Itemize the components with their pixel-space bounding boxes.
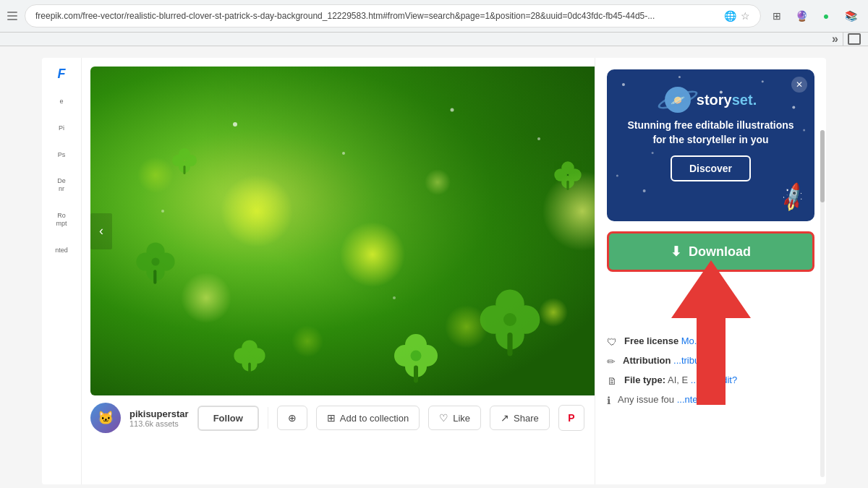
author-assets: 113.6k assets	[129, 419, 189, 428]
svg-point-9	[425, 169, 451, 195]
svg-point-3	[340, 222, 405, 287]
edit-icon: ✏	[607, 356, 616, 367]
svg-point-56	[451, 108, 454, 112]
svg-point-5	[181, 273, 231, 323]
layers-button[interactable]: ⊕	[277, 406, 307, 430]
sidebar-item-denr[interactable]: Denr	[45, 174, 78, 196]
prev-image-button[interactable]: ‹	[90, 213, 112, 249]
extension-icon-4[interactable]: 📚	[841, 6, 861, 26]
storyset-tagline: Stunning free editable illustrations for…	[618, 119, 803, 147]
svg-rect-43	[248, 363, 251, 374]
star-icon[interactable]: ☆	[741, 10, 750, 22]
svg-point-55	[342, 152, 345, 155]
toolbar2-arrow[interactable]: »	[832, 33, 838, 46]
pinterest-icon: P	[568, 412, 574, 424]
red-arrow-svg	[671, 260, 751, 405]
share-label: Share	[514, 413, 539, 424]
svg-point-69	[652, 152, 654, 154]
share-button[interactable]: ↗ Share	[490, 406, 550, 430]
info-icon: ℹ	[607, 395, 610, 406]
svg-point-37	[411, 351, 422, 361]
any-issue-label: Any issue fou	[618, 394, 674, 405]
svg-point-62	[678, 76, 681, 78]
extension-icon-2[interactable]: 🔮	[791, 6, 812, 26]
pinterest-button[interactable]: P	[558, 405, 584, 431]
svg-point-60	[393, 296, 396, 299]
svg-rect-16	[507, 333, 512, 356]
left-sidebar: F e Pi Ps Denr Rompt nted	[42, 58, 82, 484]
svg-point-64	[762, 80, 764, 82]
add-collection-label: Add to collection	[340, 413, 409, 424]
storyset-close-button[interactable]: ✕	[791, 77, 807, 93]
svg-point-26	[172, 155, 184, 166]
collection-icon: ⊞	[327, 412, 336, 424]
storyset-planet-icon: 🪐	[665, 87, 691, 113]
extension-icon-1[interactable]: ⊞	[767, 6, 787, 26]
main-area: ‹ ›	[82, 58, 595, 484]
author-info: pikisuperstar 113.6k assets	[129, 408, 189, 428]
svg-point-2	[221, 175, 293, 247]
svg-point-10	[292, 325, 323, 357]
storyset-logo-area: 🪐 storyset.	[665, 87, 757, 113]
svg-point-6	[445, 305, 488, 348]
new-tab-icon[interactable]	[848, 33, 861, 45]
extension-icon-3[interactable]: ●	[816, 6, 836, 26]
svg-rect-38	[414, 366, 418, 383]
svg-marker-70	[671, 260, 751, 405]
file-icon: 🗎	[607, 375, 617, 387]
layers-icon: ⊕	[288, 412, 297, 424]
svg-point-15	[503, 313, 516, 326]
sidebar-item-ps[interactable]: Ps	[45, 148, 78, 162]
sidebar-logo: F	[58, 67, 66, 82]
like-button[interactable]: ♡ Like	[428, 406, 481, 430]
svg-point-57	[537, 137, 540, 140]
page-content: F e Pi Ps Denr Rompt nted ‹ ›	[42, 58, 826, 484]
image-bottom-bar: 🐱 pikisuperstar 113.6k assets Follow ⊕	[90, 395, 586, 440]
author-avatar: 🐱	[90, 403, 121, 433]
svg-point-65	[792, 106, 795, 109]
right-panel: ✕ 🪐	[595, 58, 826, 484]
svg-point-58	[161, 210, 164, 213]
file-type-label: File type:	[624, 374, 665, 385]
add-to-collection-button[interactable]: ⊞ Add to collection	[316, 406, 420, 430]
svg-point-7	[137, 157, 174, 193]
address-text: freepik.com/free-vector/realistic-blurre…	[35, 11, 720, 21]
follow-button[interactable]: Follow	[197, 406, 259, 431]
translate-icon: 🌐	[724, 10, 736, 22]
scrollbar-thumb[interactable]	[820, 130, 825, 202]
svg-point-8	[539, 298, 568, 327]
browser-chrome: freepik.com/free-vector/realistic-blurre…	[0, 0, 868, 33]
drag-handle	[7, 10, 19, 22]
storyset-discover-button[interactable]: Discover	[671, 155, 751, 181]
svg-rect-22	[153, 270, 156, 284]
svg-point-61	[622, 83, 625, 86]
download-label: Download	[689, 244, 751, 260]
svg-point-31	[554, 168, 567, 181]
svg-point-42	[234, 348, 250, 364]
toolbar-divider	[843, 33, 843, 46]
hero-image	[90, 67, 595, 395]
sidebar-item-e[interactable]: e	[45, 95, 78, 108]
storyset-name-part1: story	[697, 92, 732, 108]
scrollbar[interactable]	[820, 130, 825, 477]
storyset-rocket-icon: 🚀	[776, 181, 810, 214]
storyset-ad: ✕ 🪐	[607, 69, 814, 221]
sidebar-item-nted[interactable]: nted	[45, 244, 78, 257]
sidebar-item-rompt[interactable]: Rompt	[45, 209, 78, 231]
download-icon: ⬇	[671, 244, 681, 260]
browser-toolbar2: »	[0, 33, 868, 46]
sidebar-item-pi[interactable]: Pi	[45, 121, 78, 135]
svg-point-54	[233, 122, 237, 127]
address-bar[interactable]: freepik.com/free-vector/realistic-blurre…	[25, 4, 761, 27]
svg-point-67	[616, 175, 618, 177]
storyset-logo-text: storyset.	[697, 92, 757, 108]
browser-icons: ⊞ 🔮 ● 📚	[767, 6, 861, 26]
image-container: ‹ ›	[90, 67, 595, 395]
svg-point-68	[643, 189, 646, 192]
shield-icon: 🛡	[607, 336, 617, 348]
author-name[interactable]: pikisuperstar	[129, 408, 189, 419]
heart-icon: ♡	[439, 412, 448, 424]
svg-rect-27	[184, 166, 186, 174]
page-outer: F e Pi Ps Denr Rompt nted ‹ ›	[0, 46, 868, 488]
svg-rect-32	[566, 181, 569, 190]
